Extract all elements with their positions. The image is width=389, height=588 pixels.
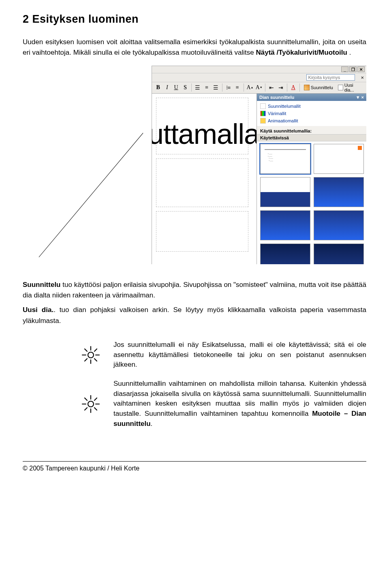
help-search-input[interactable] [306,74,355,81]
align-center-icon[interactable]: ≡ [203,83,210,92]
help-close-icon[interactable]: × [361,75,364,81]
screenshot-figure: _ ❐ ✕ × B I U S ☰ ≡ ☰ ⁝≡ ≡ A▲ A▼ ⇤ ⇥ [23,66,366,268]
slide-canvas[interactable]: uttamalla [152,94,257,264]
template-thumb[interactable] [260,177,310,207]
p1-post: . [349,49,351,56]
maximize-button[interactable]: ❐ [349,66,357,72]
numbering-icon[interactable]: ≡ [234,83,241,92]
colors-icon [260,111,266,116]
taskpane-link-colors[interactable]: Värimallit [257,110,366,117]
tip-2-text: Suunnittelumallin vaihtaminen on mahdoll… [113,379,366,429]
template-thumb[interactable] [314,177,364,207]
body-paragraph-1: Uuden esityksen luomisen voit aloittaa v… [23,37,366,58]
task-pane: Dian suunnittelu ▼ × Suunnittelumallit V… [257,94,366,264]
tip-row-1: Jos suunnittelumalli ei näy Esikatseluss… [68,340,366,370]
increase-font-icon[interactable]: A▲ [246,83,254,92]
decrease-font-icon[interactable]: A▼ [255,83,263,92]
taskpane-link-templates[interactable]: Suunnittelumallit [257,103,366,110]
formatting-toolbar: B I U S ☰ ≡ ☰ ⁝≡ ≡ A▲ A▼ ⇤ ⇥ A Suunnitte… [152,82,366,94]
bullets-icon[interactable]: ⁝≡ [224,83,232,92]
footer-copyright: © 2005 Tampereen kaupunki / Heli Korte [23,461,366,472]
svg-line-8 [94,349,97,351]
p2-text: tuo käyttöösi paljon erilaisia sivupohji… [23,281,366,299]
svg-point-9 [88,401,94,407]
taskpane-title: Dian suunnittelu [259,95,294,100]
design-label: Suunnittelu [311,85,333,90]
svg-line-16 [85,408,87,410]
sun-icon [81,394,100,414]
align-left-icon[interactable]: ☰ [194,83,201,92]
taskpane-section: Käytä suunnittelumallia: [257,126,366,134]
p3-bold: Uusi dia. [23,306,53,314]
sun-icon [81,345,100,365]
align-right-icon[interactable]: ☰ [212,83,219,92]
italic-button[interactable]: I [163,83,171,92]
svg-line-17 [94,398,97,400]
svg-line-15 [94,408,97,410]
template-thumb[interactable] [314,210,364,240]
new-slide-label: Uusi dia... [344,83,362,92]
template-thumb[interactable]: • ——• —— • —— • —— [260,144,310,174]
slide-text: uttamalla [152,118,257,150]
template-thumb[interactable] [260,244,310,264]
template-thumb[interactable] [314,244,364,264]
svg-point-0 [88,352,94,358]
indent-right-icon[interactable]: ⇥ [277,83,284,92]
design-button[interactable]: Suunnittelu [302,85,335,90]
taskpane-subheader: Käytettävissä [257,134,366,141]
svg-line-5 [85,349,87,351]
body-paragraph-3: Uusi dia.. tuo dian pohjaksi valkoisen a… [23,305,366,326]
tip-1-text: Jos suunnittelumalli ei näy Esikatseluss… [113,340,366,370]
window-controls: _ ❐ ✕ [152,66,366,73]
page-heading: 2 Esityksen luominen [23,13,366,26]
font-color-icon[interactable]: A [290,83,297,92]
taskpane-links: Suunnittelumallit Värimallit Animaatioma… [257,101,366,126]
body-paragraph-2: Suunnittelu tuo käyttöösi paljon erilais… [23,280,366,301]
taskpane-menu-icon[interactable]: ▼ × [356,95,364,100]
shadow-button[interactable]: S [182,83,189,92]
p1-bold: Näytä /Työkalurivit/Muotoilu [256,49,347,56]
taskpane-link-anim[interactable]: Animaatiomallit [257,117,366,124]
underline-button[interactable]: U [172,83,180,92]
minimize-button[interactable]: _ [341,66,348,72]
p3-text: . tuo dian pohjaksi valkoisen arkin. Se … [23,306,366,324]
bold-button[interactable]: B [154,83,162,92]
tip-row-2: Suunnittelumallin vaihtaminen on mahdoll… [68,379,366,429]
svg-line-14 [85,398,87,400]
powerpoint-screenshot: _ ❐ ✕ × B I U S ☰ ≡ ☰ ⁝≡ ≡ A▲ A▼ ⇤ ⇥ [152,66,366,264]
indent-left-icon[interactable]: ⇤ [268,83,275,92]
close-button[interactable]: ✕ [357,66,365,72]
help-bar: × [152,73,366,82]
template-thumb[interactable] [314,144,364,174]
new-slide-button[interactable]: Uusi dia... [336,83,364,92]
new-slide-icon [338,85,343,90]
svg-line-7 [85,359,87,361]
tip2-post: . [151,420,153,428]
pointer-line [39,133,143,257]
anim-icon [260,118,266,124]
templates-icon [260,103,266,109]
template-thumb[interactable] [260,210,310,240]
p2-bold: Suunnittelu [23,281,60,289]
svg-line-6 [94,359,97,361]
design-icon [304,85,310,90]
